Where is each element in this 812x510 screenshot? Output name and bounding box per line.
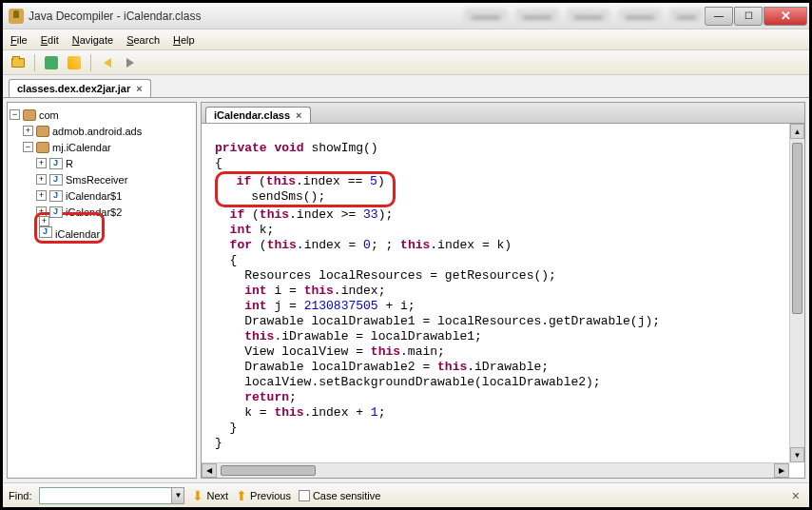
vertical-scrollbar[interactable]: ▲ ▼ [789,124,804,462]
find-prev-button[interactable]: ⬆Previous [236,488,291,503]
editor-tab-label: iCalendar.class [214,109,290,121]
horizontal-scrollbar[interactable]: ◀ ▶ [202,462,789,478]
tree-cls-r[interactable]: R [66,158,73,169]
close-icon[interactable]: × [296,109,301,121]
dropdown-icon[interactable]: ▼ [171,487,184,504]
background-tabs: ▬▬▬▬▬▬▬▬▬▬▬▬▬▬ [464,9,704,23]
expand-icon[interactable]: + [36,190,47,201]
toolbar [3,50,809,75]
editor-tab[interactable]: iCalendar.class × [205,107,311,123]
minimize-button[interactable]: — [705,7,733,26]
class-icon [49,190,63,202]
menu-help[interactable]: Help [173,34,195,46]
scroll-thumb[interactable] [792,143,802,314]
menu-navigate[interactable]: Navigate [72,34,113,46]
case-sensitive-checkbox[interactable]: Case sensitive [299,490,381,501]
find-close-button[interactable]: × [788,488,803,503]
tree-cls-ical[interactable]: iCalendar [55,228,100,240]
package-icon [36,126,49,137]
class-icon [49,158,63,169]
nav-forward-button[interactable] [121,53,140,72]
collapse-icon[interactable]: − [10,109,20,120]
scroll-down-icon[interactable]: ▼ [790,447,804,462]
file-tab[interactable]: classes.dex.dex2jar.jar × [9,79,151,97]
titlebar: Java Decompiler - iCalendar.class ▬▬▬▬▬▬… [3,3,809,29]
tree-pkg-admob[interactable]: admob.android.ads [52,126,142,137]
file-tab-bar: classes.dex.dex2jar.jar × [3,75,809,98]
arrow-down-icon: ⬇ [192,488,203,503]
tree-cls-sms[interactable]: SmsReceiver [66,174,127,186]
highlight-box: +iCalendar [34,212,105,244]
menu-edit[interactable]: Edit [41,34,59,46]
open-button[interactable] [9,53,28,72]
nav-back-button[interactable] [98,53,117,72]
save-button[interactable] [42,53,61,72]
wand-button[interactable] [65,53,84,72]
checkbox-icon [299,490,310,501]
class-icon [49,206,63,218]
package-icon [23,109,36,121]
find-label: Find: [9,490,31,501]
close-icon[interactable]: × [136,83,142,94]
window-title: Java Decompiler - iCalendar.class [29,10,331,23]
scroll-right-icon[interactable]: ▶ [774,463,789,478]
class-icon [49,174,63,186]
menu-file[interactable]: File [10,34,28,46]
menu-search[interactable]: Search [126,34,160,46]
maximize-button[interactable]: ☐ [734,7,763,26]
tree-pkg-mj[interactable]: mj.iCalendar [52,142,111,153]
find-next-button[interactable]: ⬇Next [192,488,228,503]
expand-icon[interactable]: + [36,158,47,168]
code-content: private void showImg() { if (this.index … [202,124,804,468]
app-icon [9,9,24,24]
close-button[interactable]: ✕ [764,7,807,26]
arrow-up-icon: ⬆ [236,488,247,503]
tree-cls-ical1[interactable]: iCalendar$1 [66,190,122,202]
tree-pkg-com[interactable]: com [39,109,59,121]
find-input[interactable] [39,487,172,504]
code-editor[interactable]: private void showImg() { if (this.index … [202,124,804,478]
scroll-up-icon[interactable]: ▲ [790,124,804,139]
editor-tab-bar: iCalendar.class × [202,103,804,124]
package-tree[interactable]: −com +admob.android.ads −mj.iCalendar +R… [7,102,197,479]
class-icon [39,226,52,238]
highlight-box: if (this.index == 5) sendSms(); [215,171,396,207]
menubar: File Edit Navigate Search Help [3,29,809,50]
file-tab-label: classes.dex.dex2jar.jar [17,83,130,94]
collapse-icon[interactable]: − [23,142,33,152]
expand-icon[interactable]: + [39,216,49,226]
scroll-thumb[interactable] [221,465,316,476]
expand-icon[interactable]: + [23,126,33,136]
package-icon [36,142,49,153]
editor-panel: iCalendar.class × private void showImg()… [201,102,805,479]
scroll-left-icon[interactable]: ◀ [202,463,217,478]
expand-icon[interactable]: + [36,174,47,185]
find-bar: Find: ▼ ⬇Next ⬆Previous Case sensitive × [3,482,809,507]
